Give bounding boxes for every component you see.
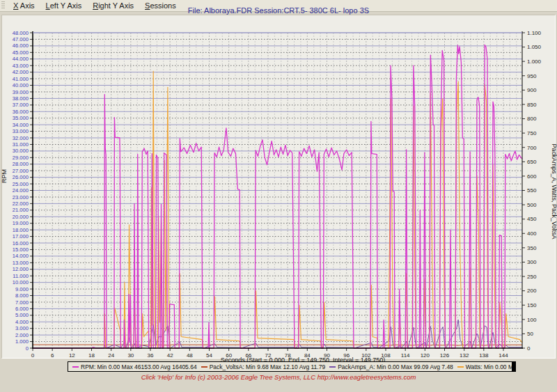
legend-entry-rpm: RPM: Min 0.00 Max 46153.00 Avg 16405.64 (72, 363, 197, 370)
svg-text:900: 900 (527, 87, 537, 93)
app-window: X Axis Left Y Axis Right Y Axis Sessions… (0, 0, 557, 392)
svg-text:25.000: 25.000 (13, 181, 29, 187)
svg-text:19.000: 19.000 (13, 220, 29, 226)
legend-label: PackAmps_A: Min 0.00 Max 99.09 Avg 7.48 (338, 363, 453, 370)
svg-text:44.000: 44.000 (13, 56, 29, 62)
svg-text:45.000: 45.000 (13, 49, 29, 56)
legend-swatch (329, 366, 336, 368)
svg-text:800: 800 (527, 116, 537, 122)
legend-label: Watts: Min 0.00 Max 966.13 Avg 80.09 (466, 363, 516, 370)
svg-text:400: 400 (527, 230, 537, 237)
svg-text:11.000: 11.000 (13, 273, 29, 279)
svg-text:14.000: 14.000 (13, 253, 29, 259)
svg-text:650: 650 (527, 159, 537, 165)
svg-text:41.000: 41.000 (13, 76, 29, 82)
chart-legend: RPM: Min 0.00 Max 46153.00 Avg 16405.64P… (68, 361, 516, 372)
svg-text:26.000: 26.000 (13, 174, 29, 180)
svg-text:46.000: 46.000 (13, 42, 29, 49)
svg-text:200: 200 (527, 288, 537, 294)
legend-swatch (457, 366, 464, 368)
svg-text:250: 250 (527, 274, 537, 280)
svg-text:32.000: 32.000 (13, 135, 29, 141)
svg-text:9.000: 9.000 (15, 286, 29, 292)
svg-text:550: 550 (527, 187, 537, 194)
svg-text:17.000: 17.000 (13, 233, 29, 240)
svg-text:700: 700 (527, 145, 537, 151)
svg-text:48.000: 48.000 (13, 30, 29, 36)
svg-text:21.000: 21.000 (13, 207, 29, 213)
legend-swatch (72, 366, 79, 368)
svg-text:0: 0 (31, 352, 35, 359)
svg-text:39.000: 39.000 (13, 89, 29, 95)
svg-text:31.000: 31.000 (13, 141, 29, 148)
svg-text:23.000: 23.000 (13, 194, 29, 201)
svg-text:20.000: 20.000 (13, 214, 29, 220)
svg-text:27.000: 27.000 (13, 168, 29, 174)
svg-text:6.000: 6.000 (15, 306, 29, 312)
svg-text:450: 450 (527, 216, 537, 222)
svg-text:300: 300 (527, 259, 537, 265)
legend-entry-watts: Watts: Min 0.00 Max 966.13 Avg 80.09 (457, 363, 516, 370)
svg-text:40.000: 40.000 (13, 82, 29, 88)
svg-text:850: 850 (527, 102, 537, 108)
svg-text:30.000: 30.000 (13, 148, 29, 154)
svg-text:33.000: 33.000 (13, 128, 29, 134)
svg-text:3.000: 3.000 (15, 325, 29, 331)
legend-entry-packamps_a: PackAmps_A: Min 0.00 Max 99.09 Avg 7.48 (329, 363, 453, 370)
svg-text:4.000: 4.000 (15, 319, 29, 325)
svg-text:36.000: 36.000 (13, 109, 29, 115)
svg-text:12: 12 (69, 352, 75, 359)
svg-text:29.000: 29.000 (13, 155, 29, 161)
svg-text:500: 500 (527, 202, 537, 208)
svg-text:34.000: 34.000 (13, 122, 29, 128)
svg-text:10.000: 10.000 (13, 279, 29, 285)
svg-text:350: 350 (527, 245, 537, 251)
svg-text:0: 0 (527, 345, 531, 352)
svg-text:42.000: 42.000 (13, 69, 29, 75)
left-axis-title: RPM (1, 172, 8, 183)
svg-text:28.000: 28.000 (13, 161, 29, 167)
svg-text:1.100: 1.100 (527, 30, 542, 36)
svg-text:0: 0 (26, 345, 29, 352)
svg-text:38.000: 38.000 (13, 95, 29, 102)
chart-plot: 01.0002.0003.0004.0005.0006.0007.0008.00… (0, 0, 557, 392)
svg-text:37.000: 37.000 (13, 102, 29, 108)
svg-text:47.000: 47.000 (13, 36, 29, 42)
svg-text:12.000: 12.000 (13, 266, 29, 272)
right-axis-title: PackAmps_A, Watts, Pack_VoltsA (550, 143, 557, 239)
help-footer-text: Click 'Help' for Info (c) 2003-2006 Eagl… (0, 373, 557, 381)
svg-text:13.000: 13.000 (13, 260, 29, 266)
svg-text:15.000: 15.000 (13, 246, 29, 253)
svg-text:6: 6 (51, 352, 54, 359)
svg-text:43.000: 43.000 (13, 63, 29, 69)
svg-text:1.000: 1.000 (527, 58, 542, 65)
legend-entry-pack_voltsa: Pack_VoltsA: Min 9.68 Max 12.10 Avg 11.7… (201, 363, 326, 370)
svg-text:100: 100 (527, 317, 537, 323)
legend-swatch (201, 366, 207, 368)
svg-text:7.000: 7.000 (15, 299, 29, 306)
svg-text:24.000: 24.000 (13, 187, 29, 194)
svg-text:2.000: 2.000 (15, 332, 29, 338)
svg-text:22.000: 22.000 (13, 201, 29, 207)
svg-text:35.000: 35.000 (13, 115, 29, 121)
svg-text:16.000: 16.000 (13, 240, 29, 246)
svg-text:750: 750 (527, 130, 537, 136)
svg-text:18.000: 18.000 (13, 227, 29, 233)
svg-text:1.050: 1.050 (527, 44, 542, 50)
svg-text:150: 150 (527, 302, 537, 308)
svg-text:600: 600 (527, 173, 537, 180)
svg-text:5.000: 5.000 (15, 312, 29, 318)
svg-text:8.000: 8.000 (15, 292, 29, 299)
legend-end-cap (512, 362, 515, 371)
svg-text:950: 950 (527, 73, 537, 79)
svg-text:1.000: 1.000 (15, 338, 29, 345)
legend-label: Pack_VoltsA: Min 9.68 Max 12.10 Avg 11.7… (210, 363, 326, 370)
svg-text:50: 50 (527, 331, 533, 337)
legend-label: RPM: Min 0.00 Max 46153.00 Avg 16405.64 (81, 363, 197, 370)
